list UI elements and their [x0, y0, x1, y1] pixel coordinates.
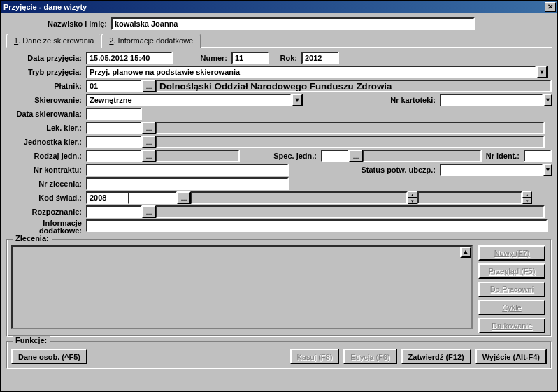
jedn-kier-code-field[interactable]	[86, 136, 142, 148]
nr-kartoteki-label: Nr kartoteki:	[377, 96, 440, 104]
platnik-desc-field	[156, 80, 552, 92]
edycja-button[interactable]: Edycja (F6)	[343, 349, 396, 364]
zatwierdz-button[interactable]: Zatwierdź (F12)	[401, 349, 471, 364]
rodzaj-jedn-desc-field	[156, 150, 240, 162]
status-potw-dropdown-icon[interactable]: ▼	[543, 164, 552, 176]
lek-kier-desc-field	[156, 122, 545, 134]
kasuj-button[interactable]: Kasuj (F8)	[290, 349, 340, 364]
window-title: Przyjęcie - dane wizyty	[3, 3, 87, 11]
tryb-dropdown-icon[interactable]: ▼	[536, 66, 548, 78]
skierowanie-field[interactable]	[86, 94, 292, 106]
rozpoznanie-desc	[156, 205, 545, 218]
tab-informacje-dodatkowe[interactable]: 2. Informacje dodatkowe	[101, 34, 201, 48]
tab-strip: 1. Dane ze skierowania 2. Informacje dod…	[6, 33, 552, 48]
nr-ident-label: Nr ident.:	[482, 152, 524, 160]
zlecenia-fieldset: Zlecenia: ▲ Nowy (F7) Przegląd (F5) Do P…	[6, 239, 552, 337]
spec-jedn-lookup-button[interactable]: ...	[349, 150, 363, 162]
tab-dane-ze-skierowania[interactable]: 1. Dane ze skierowania	[6, 34, 101, 48]
name-label: Nazwisko i imię:	[6, 20, 111, 28]
nr-kontraktu-field[interactable]	[86, 164, 289, 176]
nr-kartoteki-dropdown-icon[interactable]: ▼	[543, 94, 552, 106]
spec-jedn-field[interactable]	[321, 150, 349, 162]
jedn-kier-lookup-button[interactable]: ...	[142, 136, 156, 148]
rok-field[interactable]	[301, 52, 339, 64]
status-potw-field[interactable]	[440, 164, 543, 176]
numer-field[interactable]	[231, 52, 269, 64]
lek-kier-code-field[interactable]	[86, 122, 142, 134]
skierowanie-label: Skierowanie:	[6, 96, 86, 104]
close-icon[interactable]: ✕	[545, 2, 556, 12]
nr-kontraktu-label: Nr kontraktu:	[6, 166, 86, 174]
rok-label: Rok:	[278, 54, 301, 62]
zlecenia-list[interactable]: ▲	[11, 245, 473, 329]
wyjscie-button[interactable]: Wyjście (Alt-F4)	[475, 349, 547, 364]
rozpoznanie-code[interactable]	[86, 205, 142, 218]
tryb-field[interactable]	[86, 66, 536, 78]
info-dod-label: Informacjedodatkowe:	[6, 219, 86, 235]
funkcje-legend: Funkcje:	[13, 336, 50, 344]
rodzaj-jedn-field[interactable]	[86, 150, 142, 162]
jedn-kier-desc-field	[156, 136, 545, 148]
nr-zlecenia-label: Nr zlecenia:	[6, 180, 86, 188]
tryb-label: Tryb przyjęcia:	[6, 68, 86, 76]
kod-swiad-label: Kod świad.:	[6, 194, 86, 202]
titlebar: Przyjęcie - dane wizyty ✕	[1, 1, 557, 13]
data-przyjecia-label: Data przyjęcia:	[6, 54, 86, 62]
drukowanie-button[interactable]: Drukowanie	[478, 318, 545, 333]
zlecenia-legend: Zlecenia:	[13, 234, 52, 242]
nowy-button[interactable]: Nowy (F7)	[478, 245, 545, 261]
kod-swiad-spinner2[interactable]: ▴▾	[522, 191, 532, 204]
funkcje-fieldset: Funkcje: Dane osob. (^F5) Kasuj (F8) Edy…	[6, 341, 552, 369]
kod-swiad-lookup-button[interactable]: ...	[177, 191, 191, 204]
jedn-kier-label: Jednostka kier.:	[6, 138, 86, 146]
numer-label: Numer:	[198, 54, 231, 62]
do-pracowni-button[interactable]: Do Pracowni	[478, 282, 545, 297]
spec-jedn-desc-field	[363, 150, 482, 162]
lek-kier-label: Lek. kier.:	[6, 124, 86, 132]
platnik-label: Płatnik:	[6, 82, 86, 90]
rozpoznanie-label: Rozpoznanie:	[6, 208, 86, 216]
spec-jedn-label: Spec. jedn.:	[265, 152, 321, 160]
kod-swiad-desc2	[417, 191, 522, 204]
kod-swiad-spinner[interactable]: ▴▾	[408, 191, 417, 204]
skierowanie-dropdown-icon[interactable]: ▼	[292, 94, 303, 106]
rozpoznanie-lookup-button[interactable]: ...	[142, 205, 156, 218]
info-dod-field[interactable]	[86, 219, 548, 232]
rodzaj-jedn-label: Rodzaj jedn.:	[6, 152, 86, 160]
data-sk-field[interactable]	[86, 108, 142, 120]
kod-swiad-desc	[191, 191, 408, 204]
dane-osob-button[interactable]: Dane osob. (^F5)	[11, 349, 87, 364]
data-przyjecia-field[interactable]	[86, 52, 173, 64]
rodzaj-jedn-lookup-button[interactable]: ...	[142, 150, 156, 162]
lek-kier-lookup-button[interactable]: ...	[142, 122, 156, 134]
platnik-lookup-button[interactable]: ...	[142, 80, 156, 92]
kod-swiad-code[interactable]	[128, 191, 177, 204]
przeglad-button[interactable]: Przegląd (F5)	[478, 263, 545, 279]
platnik-code-field[interactable]	[86, 80, 142, 92]
nr-ident-field[interactable]	[524, 150, 552, 162]
status-potw-label: Status potw. ubezp.:	[349, 166, 440, 174]
nr-zlecenia-field[interactable]	[86, 177, 289, 190]
data-sk-label: Data skierowania:	[6, 110, 86, 118]
nr-kartoteki-field[interactable]	[440, 94, 543, 106]
name-field[interactable]	[111, 17, 475, 30]
scroll-up-icon[interactable]: ▲	[460, 247, 471, 258]
cykle-button[interactable]: Cykle	[478, 300, 545, 315]
